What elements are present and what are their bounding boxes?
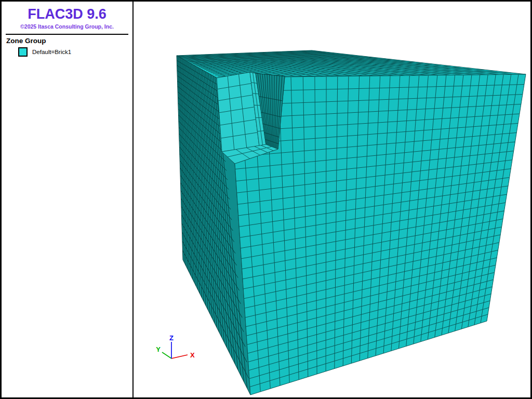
legend-item: Default=Brick1 — [18, 47, 132, 57]
axis-triad: XYZ — [156, 334, 195, 359]
zone-color-swatch — [18, 47, 28, 57]
legend-sidebar: FLAC3D 9.6 ©2025 Itasca Consulting Group… — [2, 2, 134, 397]
zone-group-label: Default=Brick1 — [32, 49, 71, 55]
app-title: FLAC3D 9.6 — [2, 6, 132, 22]
axis-label-x: X — [190, 351, 195, 359]
legend-heading: Zone Group — [6, 37, 132, 45]
axis-label-y: Y — [156, 345, 161, 353]
axis-line-y — [162, 352, 171, 358]
axis-line-x — [171, 355, 188, 358]
sidebar-divider — [6, 34, 128, 35]
app-copyright: ©2025 Itasca Consulting Group, Inc. — [2, 23, 132, 30]
axis-label-z: Z — [169, 334, 174, 342]
top-face — [177, 50, 526, 79]
